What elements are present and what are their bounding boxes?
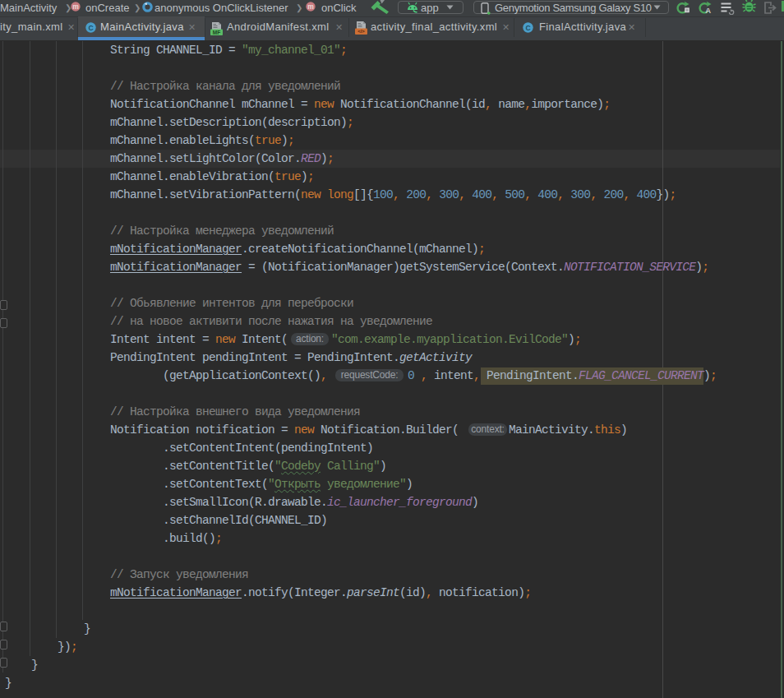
svg-text:C: C [89,24,94,32]
svg-text:m: m [307,2,314,11]
svg-text:A: A [705,6,711,15]
svg-text:m: m [72,2,79,11]
svg-text:C: C [526,24,531,32]
svg-text:MF: MF [213,30,220,35]
svg-text:</>: </> [357,29,365,34]
